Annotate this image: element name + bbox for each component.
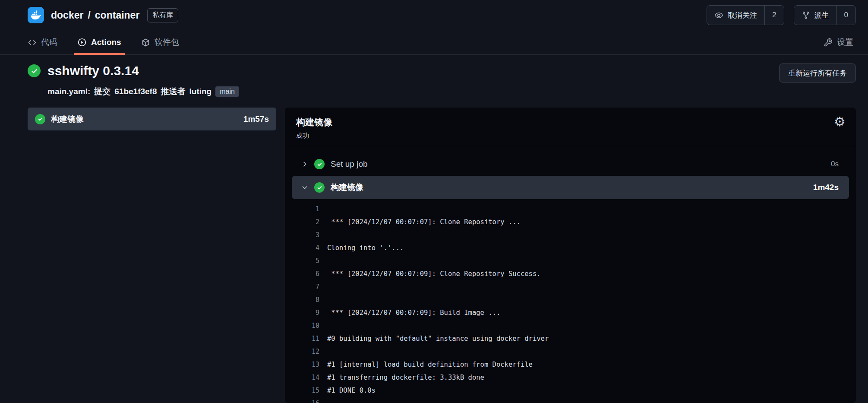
log-line: 1	[292, 203, 849, 216]
log-line: 7	[292, 280, 849, 293]
log-line: 8	[292, 293, 849, 306]
log-line: 5	[292, 254, 849, 267]
log-line-number: 8	[292, 296, 319, 304]
log-line-number: 2	[292, 218, 319, 226]
job-name: 构建镜像	[51, 114, 84, 125]
play-circle-icon	[77, 38, 87, 47]
job-success-icon	[35, 114, 45, 124]
step-success-icon	[314, 159, 325, 169]
pusher-label: 推送者	[161, 86, 186, 97]
log-line-text: *** [2024/12/07 00:07:09]: Clone Reposit…	[327, 270, 541, 278]
jobs-sidebar: 构建镜像 1m57s	[28, 108, 276, 403]
unwatch-button-label: 取消关注	[728, 10, 757, 20]
docker-logo-icon[interactable]	[28, 7, 44, 23]
fork-button-label: 派生	[814, 10, 829, 20]
fork-button-group[interactable]: 派生 0	[794, 5, 856, 25]
log-line: 11#0 building with "default" instance us…	[292, 332, 849, 345]
log-line-text: #1 DONE 0.0s	[327, 387, 376, 394]
log-line: 16	[292, 397, 849, 403]
fork-icon	[802, 11, 810, 19]
panel-job-status: 成功	[296, 132, 845, 140]
log-line: 12	[292, 345, 849, 358]
log-line: 14#1 transferring dockerfile: 3.33kB don…	[292, 371, 849, 384]
log-line-number: 9	[292, 309, 319, 317]
package-icon	[141, 38, 150, 47]
log-line: 13#1 [internal] load build definition fr…	[292, 358, 849, 371]
repo-tab-bar: 代码 Actions 软件包 设置	[0, 30, 868, 55]
commit-line: main.yaml: 提交 61be1f3ef8 推送者 luting main	[47, 86, 856, 97]
log-line: 15#1 DONE 0.0s	[292, 384, 849, 397]
pusher-name: luting	[189, 87, 212, 96]
tab-code-label: 代码	[41, 37, 57, 48]
breadcrumb-owner-link[interactable]: docker	[51, 10, 83, 21]
run-header: sshwifty 0.3.14 重新运行所有任务	[28, 63, 856, 83]
tab-settings-label: 设置	[837, 37, 853, 48]
gear-icon[interactable]: ⚙	[834, 115, 846, 128]
tab-packages-label: 软件包	[155, 37, 179, 48]
log-line-number: 1	[292, 205, 319, 213]
log-line-text: *** [2024/12/07 00:07:09]: Build Image .…	[327, 309, 500, 317]
tab-actions[interactable]: Actions	[77, 30, 121, 54]
log-line-number: 4	[292, 244, 319, 252]
top-header-bar: docker / container 私有库 取消关注 2	[0, 0, 868, 30]
panel-job-title: 构建镜像	[296, 116, 845, 128]
log-line-number: 15	[292, 387, 319, 394]
log-line-number: 7	[292, 283, 319, 291]
tab-packages[interactable]: 软件包	[141, 30, 179, 54]
log-line: 2 *** [2024/12/07 00:07:07]: Clone Repos…	[292, 216, 849, 228]
log-line-text: *** [2024/12/07 00:07:07]: Clone Reposit…	[327, 218, 521, 226]
code-icon	[28, 38, 37, 47]
tab-actions-label: Actions	[91, 38, 121, 47]
breadcrumb-repo-link[interactable]: container	[95, 10, 140, 21]
job-duration: 1m57s	[243, 114, 269, 124]
unwatch-button-group[interactable]: 取消关注 2	[707, 5, 784, 25]
log-line-number: 6	[292, 270, 319, 278]
step-duration: 0s	[831, 160, 839, 168]
workflow-file-label: main.yaml:	[47, 87, 90, 96]
log-line-text: #1 [internal] load build definition from…	[327, 361, 533, 368]
log-line-text: #1 transferring dockerfile: 3.33kB done	[327, 374, 484, 381]
breadcrumb: docker / container	[51, 10, 139, 21]
tab-settings[interactable]: 设置	[824, 30, 853, 54]
steps-list: Set up job 0s 构建镜像	[285, 147, 856, 403]
log-line-number: 14	[292, 374, 319, 381]
log-line-number: 11	[292, 335, 319, 343]
log-line: 9 *** [2024/12/07 00:07:09]: Build Image…	[292, 306, 849, 319]
log-line-number: 16	[292, 400, 319, 403]
repo-action-buttons: 取消关注 2 派生 0	[707, 5, 856, 25]
branch-badge[interactable]: main	[215, 86, 239, 97]
log-line-number: 13	[292, 361, 319, 368]
step-name: Set up job	[331, 159, 368, 169]
step-success-icon	[314, 182, 325, 193]
log-line-text: #0 building with "default" instance usin…	[327, 335, 549, 343]
watchers-count[interactable]: 2	[764, 6, 783, 25]
log-line: 3	[292, 228, 849, 241]
log-line: 10	[292, 319, 849, 332]
log-output[interactable]: 1 2 *** [2024/12/07 00:07:07]: Clone Rep…	[292, 199, 849, 403]
commit-hash-link[interactable]: 61be1f3ef8	[114, 87, 157, 96]
step-name: 构建镜像	[331, 182, 363, 193]
eye-icon	[714, 11, 723, 20]
actions-run-page: sshwifty 0.3.14 重新运行所有任务 main.yaml: 提交 6…	[0, 55, 868, 403]
log-line: 6 *** [2024/12/07 00:07:09]: Clone Repos…	[292, 267, 849, 280]
breadcrumb-separator: /	[88, 10, 90, 21]
chevron-right-icon	[301, 161, 308, 168]
commit-label: 提交	[94, 86, 110, 97]
step-build-image[interactable]: 构建镜像 1m42s	[292, 176, 849, 199]
run-success-icon	[28, 64, 41, 77]
log-line-number: 5	[292, 257, 319, 265]
private-repo-badge: 私有库	[147, 8, 178, 22]
forks-count[interactable]: 0	[836, 6, 855, 25]
log-line: 4Cloning into '.'...	[292, 241, 849, 254]
chevron-down-icon	[301, 184, 308, 191]
job-item-build-image[interactable]: 构建镜像 1m57s	[28, 108, 276, 130]
tab-code[interactable]: 代码	[28, 30, 57, 54]
job-log-panel: 构建镜像 成功 ⚙ Set u	[285, 108, 856, 403]
log-line-number: 10	[292, 322, 319, 330]
tools-icon	[824, 38, 833, 47]
step-set-up-job[interactable]: Set up job 0s	[292, 152, 849, 176]
job-log-panel-header: 构建镜像 成功 ⚙	[285, 108, 856, 147]
rerun-all-jobs-button[interactable]: 重新运行所有任务	[779, 63, 856, 83]
log-line-number: 12	[292, 348, 319, 355]
log-line-text: Cloning into '.'...	[327, 244, 404, 252]
